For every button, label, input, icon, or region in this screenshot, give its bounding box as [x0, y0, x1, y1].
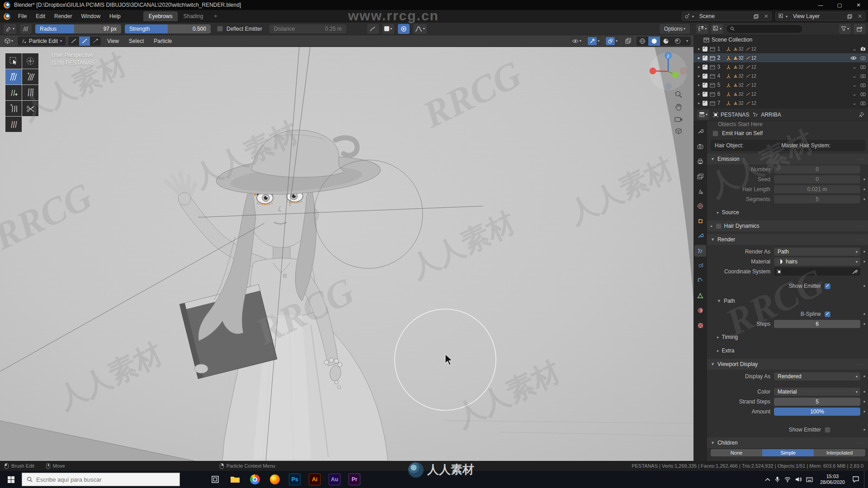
menu-edit[interactable]: Edit: [31, 11, 50, 21]
tab-material[interactable]: [694, 305, 706, 316]
shading-rendered-button[interactable]: [672, 37, 684, 46]
action-center-icon[interactable]: [852, 476, 859, 483]
tab-world[interactable]: [694, 200, 706, 212]
render-visibility-icon[interactable]: [860, 47, 866, 51]
outliner-row-6[interactable]: ▸ 6 32 12 ⌄: [693, 89, 868, 99]
color-dropdown[interactable]: Material▾: [774, 388, 860, 396]
menu-help[interactable]: Help: [105, 11, 125, 21]
window-titlebar[interactable]: Blender* [D:\Dropbox\GIULIA PC\MIS DIBUJ…: [0, 0, 868, 10]
pan-hand-icon[interactable]: [675, 103, 683, 111]
outliner-row-3[interactable]: ▸ 3 32 12 ⌄: [693, 62, 868, 71]
file-explorer-icon[interactable]: [225, 471, 245, 488]
options-dropdown[interactable]: Options▾: [660, 24, 690, 34]
tab-modifiers[interactable]: [694, 230, 706, 242]
hide-viewport-icon[interactable]: ⌄: [852, 82, 857, 88]
viewport-display-panel-header[interactable]: ▼Viewport Display····: [707, 359, 868, 370]
select-mode-path[interactable]: [68, 37, 79, 46]
perspective-toggle-icon[interactable]: [675, 127, 683, 135]
radius-slider[interactable]: Radius 97 px: [35, 24, 121, 33]
firefox-icon[interactable]: [265, 471, 285, 488]
collection-checkbox[interactable]: [703, 92, 708, 97]
outliner-row-7[interactable]: ▸ 7 32 12 ⌄: [693, 99, 868, 108]
brush-selector-dropdown[interactable]: ▾: [4, 24, 16, 34]
steps-field[interactable]: 6: [774, 320, 860, 328]
minimize-button[interactable]: —: [811, 0, 830, 10]
hair-dynamics-checkbox[interactable]: [716, 223, 722, 229]
collection-checkbox[interactable]: [703, 101, 708, 106]
breadcrumb-object[interactable]: PESTANAS: [713, 112, 749, 118]
outliner-row-2[interactable]: ▸ 2 32 12: [693, 53, 868, 62]
deflect-emitter-checkbox[interactable]: [217, 26, 223, 32]
audition-icon[interactable]: Au: [325, 471, 344, 488]
microphone-icon[interactable]: [775, 476, 780, 483]
menu-particle[interactable]: Particle: [150, 37, 175, 46]
outliner-display-mode-dropdown[interactable]: ▾: [711, 24, 723, 34]
hide-viewport-icon[interactable]: ⌄: [852, 91, 857, 97]
coordinate-system-field[interactable]: [774, 267, 860, 276]
add-tool[interactable]: [5, 85, 22, 100]
select-mode-point[interactable]: [79, 37, 90, 46]
illustrator-icon[interactable]: Ai: [305, 471, 325, 488]
collection-checkbox[interactable]: [703, 74, 708, 79]
emit-hair-checkbox[interactable]: [712, 131, 718, 136]
collection-checkbox[interactable]: [703, 47, 708, 52]
material-dropdown[interactable]: hairs▾: [774, 258, 860, 266]
children-none-button[interactable]: None: [711, 449, 762, 456]
hide-viewport-icon[interactable]: ⌄: [852, 64, 857, 70]
tab-tool[interactable]: [694, 126, 706, 137]
render-disabled-icon[interactable]: [860, 83, 866, 87]
render-as-dropdown[interactable]: Path▾: [774, 248, 860, 256]
timing-panel-header[interactable]: ▸Timing: [707, 332, 868, 343]
strand-steps-field[interactable]: 5: [774, 398, 860, 406]
show-emitter-display-checkbox[interactable]: [825, 427, 830, 433]
view-layer-selector[interactable]: ▾ View Layer ✕: [775, 12, 865, 21]
segments-field[interactable]: 5: [774, 195, 860, 203]
hidden-icons-chevron[interactable]: [765, 478, 770, 481]
path-panel-header[interactable]: ▼Path: [707, 296, 868, 306]
hide-viewport-icon[interactable]: ⌄: [852, 73, 857, 79]
hair-length-field[interactable]: 0.021 m: [774, 185, 860, 193]
chrome-icon[interactable]: [245, 471, 265, 488]
falloff-shape-dropdown[interactable]: ▾: [413, 24, 427, 34]
tab-object[interactable]: [694, 215, 706, 227]
task-view-button[interactable]: [205, 471, 225, 488]
emit-hair-on-self-row[interactable]: Emit Hair on Self: [707, 128, 868, 138]
mode-dropdown[interactable]: Particle Edit▾: [18, 37, 66, 46]
smooth-tool[interactable]: [22, 69, 38, 84]
render-disabled-icon[interactable]: [860, 74, 866, 78]
scene-browse-icon[interactable]: ▾: [682, 14, 697, 19]
workspace-tab-eyebrows[interactable]: Eyebrows: [143, 11, 178, 21]
zoom-icon[interactable]: [675, 90, 683, 99]
render-disabled-icon[interactable]: [860, 101, 866, 105]
object-visibility-dropdown[interactable]: ▾: [570, 36, 583, 46]
length-tool[interactable]: [22, 85, 38, 100]
eyedropper-icon[interactable]: [852, 269, 858, 274]
filter-dropdown[interactable]: ▾: [839, 24, 851, 34]
pin-icon[interactable]: [859, 112, 864, 117]
navigation-gizmo[interactable]: Z: [647, 51, 689, 92]
select-circle-tool[interactable]: [22, 53, 38, 69]
tab-texture[interactable]: [694, 319, 706, 331]
render-disabled-icon[interactable]: [860, 65, 866, 69]
display-as-dropdown[interactable]: Rendered▾: [774, 372, 860, 380]
render-panel-header[interactable]: ▼Render····: [707, 234, 868, 245]
falloff-front-face-toggle[interactable]: [398, 24, 410, 34]
curve-falloff-icon[interactable]: [367, 24, 379, 34]
volume-icon[interactable]: [795, 477, 802, 482]
gizmo-icon[interactable]: [588, 37, 597, 45]
hide-viewport-icon[interactable]: ⌄: [852, 46, 857, 52]
puff-tool[interactable]: [5, 101, 22, 116]
breadcrumb-particle-system[interactable]: ARRIBA: [753, 112, 781, 118]
children-panel-header[interactable]: ▼Children····: [707, 437, 868, 448]
children-simple-button[interactable]: Simple: [762, 449, 814, 456]
collection-checkbox[interactable]: [703, 56, 708, 61]
source-panel-header[interactable]: ▸Source: [707, 207, 868, 218]
xray-toggle[interactable]: [622, 36, 634, 46]
select-mode-tip[interactable]: [90, 37, 101, 46]
comb-tool[interactable]: [5, 69, 22, 84]
expand-arrow-icon[interactable]: ▸: [698, 92, 700, 96]
menu-select[interactable]: Select: [125, 37, 147, 46]
maximize-button[interactable]: ▢: [830, 0, 849, 10]
camera-view-icon[interactable]: [675, 116, 683, 122]
outliner-search-box[interactable]: [726, 24, 803, 33]
